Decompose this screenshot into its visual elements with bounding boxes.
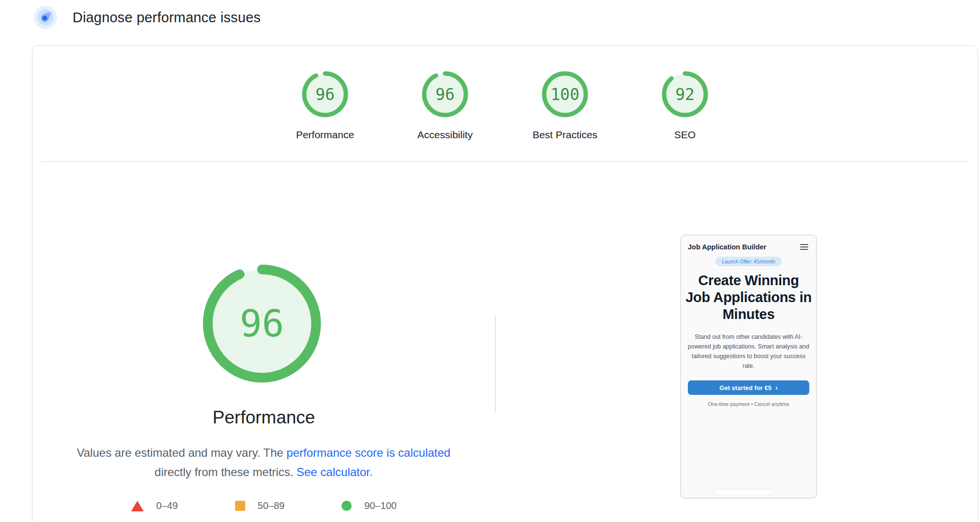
performance-score: 96 (302, 71, 348, 117)
pagespeed-gauge-icon (34, 6, 57, 29)
performance-main-score: 96 (203, 264, 321, 383)
screenshot-site-header: Job Application Builder (681, 235, 816, 251)
cta-label: Get started for €5 (719, 384, 772, 392)
page-title: Diagnose performance issues (73, 10, 261, 26)
legend-average: 50–89 (235, 500, 285, 511)
screenshot-hero-description: Stand out from other candidates with AI-… (681, 332, 816, 371)
page-screenshot-thumbnail[interactable]: Job Application Builder Launch Offer: €5… (680, 234, 817, 498)
vertical-divider (495, 316, 496, 412)
lighthouse-report-card: 96 Performance 96 Accessibility 100 (32, 45, 978, 522)
hamburger-menu-icon (800, 244, 808, 250)
fail-triangle-icon (131, 501, 144, 511)
seo-label: SEO (674, 129, 696, 141)
thumb-bottom-pill (714, 489, 773, 495)
pass-range-label: 90–100 (364, 500, 397, 511)
score-range-legend: 0–49 50–89 90–100 (32, 500, 495, 511)
score-calculated-link[interactable]: performance score is calculated (286, 446, 450, 459)
disclaimer-text-1: Values are estimated and may vary. The (77, 446, 283, 459)
disclaimer-text-2: directly from these metrics. (155, 465, 294, 478)
gauge-best-practices[interactable]: 100 Best Practices (541, 71, 589, 141)
accessibility-label: Accessibility (417, 129, 473, 141)
chevron-right-icon: › (775, 384, 778, 392)
fail-range-label: 0–49 (156, 500, 178, 511)
screenshot-cta-button: Get started for €5 › (688, 380, 809, 395)
seo-score: 92 (662, 71, 708, 117)
screenshot-payment-note: One-time payment • Cancel anytime (681, 401, 816, 407)
screenshot-site-title: Job Application Builder (688, 243, 766, 251)
screenshot-hero-heading: Create Winning Job Applications in Minut… (681, 272, 816, 322)
gauge-seo[interactable]: 92 SEO (661, 71, 709, 141)
screenshot-badge-row: Launch Offer: €5/month (681, 257, 816, 266)
category-scores-row: 96 Performance 96 Accessibility 100 (32, 71, 978, 141)
best-practices-label: Best Practices (533, 129, 597, 141)
report-header: Diagnose performance issues (34, 6, 261, 29)
performance-section-title: Performance (32, 407, 495, 428)
performance-label: Performance (296, 129, 354, 141)
best-practices-score: 100 (542, 71, 588, 117)
average-range-label: 50–89 (258, 500, 285, 511)
see-calculator-link[interactable]: See calculator. (297, 465, 372, 478)
gauge-accessibility[interactable]: 96 Accessibility (421, 71, 469, 141)
accessibility-score: 96 (422, 71, 468, 117)
performance-main-gauge: 96 (203, 264, 321, 383)
gauge-performance[interactable]: 96 Performance (301, 71, 349, 141)
legend-fail: 0–49 (131, 500, 178, 511)
launch-offer-badge: Launch Offer: €5/month (715, 257, 781, 266)
pass-circle-icon (342, 501, 352, 511)
average-square-icon (235, 501, 245, 511)
score-disclaimer: Values are estimated and may vary. The p… (56, 443, 472, 482)
legend-pass: 90–100 (342, 500, 397, 511)
section-divider (40, 161, 970, 162)
